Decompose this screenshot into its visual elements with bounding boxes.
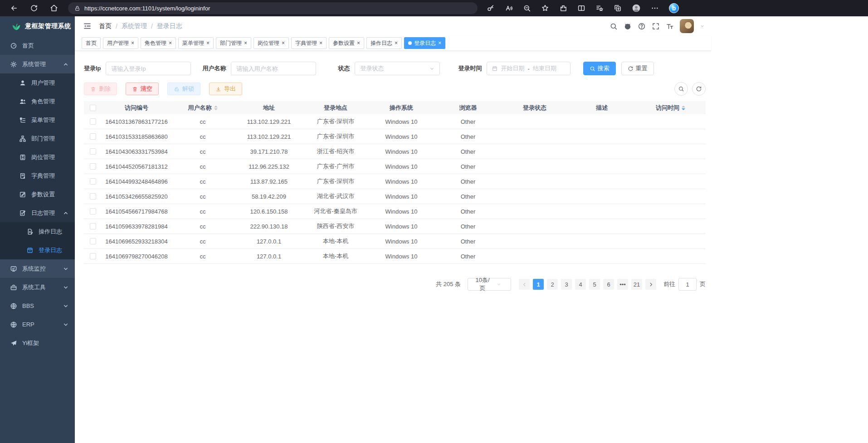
breadcrumb-system[interactable]: 系统管理 <box>122 22 147 30</box>
split-screen-icon[interactable] <box>577 4 585 12</box>
close-icon[interactable]: × <box>206 40 210 46</box>
sidebar-item-yi-framework[interactable]: Yi框架 <box>0 334 75 352</box>
tab-post-mgmt[interactable]: 岗位管理× <box>254 37 289 49</box>
address-bar[interactable]: https://ccnetcore.com:1101/system/log/lo… <box>68 2 478 14</box>
column-header-checkbox[interactable] <box>84 105 102 111</box>
sidebar-item-system-monitor[interactable]: 系统监控 <box>0 259 75 278</box>
delete-button[interactable]: 删除 <box>84 83 117 95</box>
sidebar-item-login-log[interactable]: 登录日志 <box>0 241 75 259</box>
sidebar-item-system-tools[interactable]: 系统工具 <box>0 278 75 297</box>
sidebar-item-dict-mgmt[interactable]: 字典管理 <box>0 166 75 185</box>
page-size-select[interactable]: 10条/页 <box>468 278 511 291</box>
zoom-icon[interactable] <box>523 4 531 12</box>
row-checkbox[interactable] <box>90 208 96 214</box>
close-icon[interactable]: × <box>395 40 398 46</box>
sidebar-item-param-settings[interactable]: 参数设置 <box>0 185 75 204</box>
login-ip-input[interactable] <box>106 62 191 75</box>
tab-home[interactable]: 首页 <box>82 37 101 49</box>
tab-operation-log[interactable]: 操作日志× <box>366 37 402 49</box>
row-checkbox[interactable] <box>90 148 96 155</box>
page-button-6[interactable]: 6 <box>603 279 614 290</box>
row-checkbox[interactable] <box>90 133 96 140</box>
login-time-range-picker[interactable]: 开始日期 - 结束日期 <box>487 62 571 75</box>
tab-login-log[interactable]: 登录日志× <box>404 37 445 49</box>
page-button-2[interactable]: 2 <box>547 279 558 290</box>
sidebar-item-bbs[interactable]: BBS <box>0 297 75 315</box>
help-icon[interactable] <box>638 22 646 30</box>
page-button-4[interactable]: 4 <box>575 279 586 290</box>
font-size-icon[interactable] <box>666 22 674 30</box>
close-icon[interactable]: × <box>169 40 172 46</box>
breadcrumb-home[interactable]: 首页 <box>99 22 112 30</box>
status-select[interactable]: 登录状态 <box>355 62 440 75</box>
sidebar-item-user-mgmt[interactable]: 用户管理 <box>0 73 75 92</box>
page-button-5[interactable]: 5 <box>589 279 600 290</box>
avatar-caret-icon[interactable] <box>700 24 705 29</box>
sort-caret-icon[interactable] <box>682 104 685 112</box>
sidebar-item-home[interactable]: 首页 <box>0 36 75 55</box>
close-icon[interactable]: × <box>131 40 134 46</box>
bing-copilot-icon[interactable]: b <box>669 3 679 13</box>
browser-menu-icon[interactable] <box>651 4 659 12</box>
sidebar-item-system-mgmt[interactable]: 系统管理 <box>0 55 75 73</box>
user-avatar[interactable] <box>680 19 694 33</box>
fullscreen-icon[interactable] <box>652 22 660 30</box>
tab-param-settings[interactable]: 参数设置× <box>329 37 364 49</box>
tab-user-mgmt[interactable]: 用户管理× <box>103 37 138 49</box>
select-all-checkbox[interactable] <box>90 105 96 111</box>
favorites-star-icon[interactable] <box>541 4 549 12</box>
home-icon[interactable] <box>50 4 58 12</box>
close-icon[interactable]: × <box>438 40 441 46</box>
sidebar-item-dept-mgmt[interactable]: 部门管理 <box>0 129 75 148</box>
sidebar-item-log-mgmt[interactable]: 日志管理 <box>0 204 75 222</box>
prev-page-button[interactable] <box>519 279 530 290</box>
sidebar-item-role-mgmt[interactable]: 角色管理 <box>0 92 75 111</box>
column-header-user[interactable]: 用户名称 <box>171 104 234 112</box>
github-icon[interactable] <box>624 22 632 30</box>
close-icon[interactable]: × <box>244 40 247 46</box>
row-checkbox[interactable] <box>90 193 96 200</box>
tab-menu-mgmt[interactable]: 菜单管理× <box>178 37 214 49</box>
toggle-search-button[interactable] <box>674 82 688 96</box>
tab-dict-mgmt[interactable]: 字典管理× <box>291 37 327 49</box>
back-icon[interactable] <box>10 4 18 12</box>
browser-profile-avatar[interactable] <box>632 4 641 13</box>
header-search-icon[interactable] <box>610 22 618 30</box>
row-checkbox[interactable] <box>90 118 96 125</box>
username-input[interactable] <box>231 62 316 75</box>
search-button[interactable]: 搜索 <box>583 62 616 75</box>
sidebar-fold-icon[interactable] <box>83 22 92 30</box>
tab-dept-mgmt[interactable]: 部门管理× <box>216 37 251 49</box>
goto-page-input[interactable] <box>678 278 697 291</box>
close-icon[interactable]: × <box>319 40 322 46</box>
page-button-1[interactable]: 1 <box>533 279 544 290</box>
sidebar-item-menu-mgmt[interactable]: 菜单管理 <box>0 111 75 129</box>
export-button[interactable]: 导出 <box>209 83 242 95</box>
page-button-21[interactable]: 21 <box>631 279 642 290</box>
read-aloud-icon[interactable] <box>505 4 513 12</box>
tab-role-mgmt[interactable]: 角色管理× <box>141 37 176 49</box>
sidebar-item-operation-log[interactable]: 操作日志 <box>0 222 75 241</box>
close-icon[interactable]: × <box>357 40 360 46</box>
close-icon[interactable]: × <box>282 40 285 46</box>
collections-icon[interactable] <box>614 4 622 12</box>
row-checkbox[interactable] <box>90 253 96 259</box>
page-button-3[interactable]: 3 <box>561 279 572 290</box>
sidebar-item-post-mgmt[interactable]: 岗位管理 <box>0 148 75 166</box>
refresh-table-button[interactable] <box>692 82 706 96</box>
sidebar-item-erp[interactable]: ERP <box>0 315 75 334</box>
unlock-button[interactable]: 解锁 <box>167 83 200 95</box>
page-ellipsis[interactable]: ••• <box>617 279 628 290</box>
clear-button[interactable]: 清空 <box>126 83 159 95</box>
sort-caret-icon[interactable] <box>214 104 218 112</box>
extensions-icon[interactable] <box>559 4 567 12</box>
password-key-icon[interactable] <box>487 4 495 12</box>
row-checkbox[interactable] <box>90 163 96 170</box>
reset-button[interactable]: 重置 <box>621 62 654 75</box>
row-checkbox[interactable] <box>90 238 96 244</box>
next-page-button[interactable] <box>645 279 656 290</box>
refresh-icon[interactable] <box>30 4 38 12</box>
favorites-hub-icon[interactable] <box>595 4 604 12</box>
row-checkbox[interactable] <box>90 178 96 185</box>
row-checkbox[interactable] <box>90 223 96 229</box>
